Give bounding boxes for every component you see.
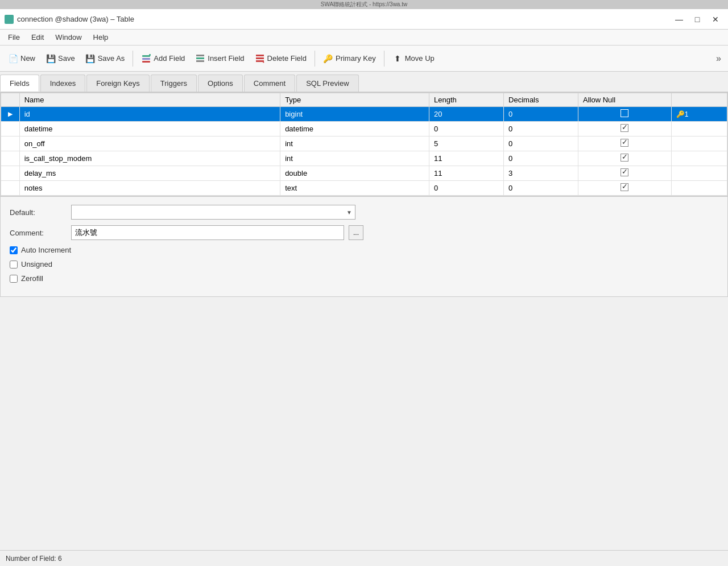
comment-row: Comment: ... [10, 225, 718, 240]
field-allow-null[interactable] [578, 122, 672, 137]
table-row[interactable]: datetimedatetime00 [1, 122, 727, 137]
comment-input[interactable] [71, 225, 344, 240]
tab-bar: Fields Indexes Foreign Keys Triggers Opt… [0, 72, 728, 92]
field-length: 11 [429, 151, 504, 166]
field-length: 20 [429, 107, 504, 122]
zerofill-label[interactable]: Zerofill [21, 274, 43, 283]
tab-options[interactable]: Options [198, 75, 243, 92]
field-key [671, 137, 727, 151]
field-allow-null[interactable] [578, 181, 672, 196]
tab-indexes[interactable]: Indexes [40, 75, 86, 92]
primary-key-button[interactable]: 🔑 Primary Key [318, 49, 380, 68]
field-name[interactable]: delay_ms [19, 166, 280, 181]
field-allow-null[interactable] [578, 107, 672, 122]
new-button[interactable]: 📄 New [3, 49, 40, 68]
svg-line-10 [263, 61, 264, 63]
title-bar: connection @shadow (3wa) – Table — □ ✕ [0, 9, 728, 30]
field-allow-null[interactable] [578, 137, 672, 151]
toolbar-overflow[interactable]: » [713, 52, 725, 65]
field-allow-null[interactable] [578, 166, 672, 181]
table-row[interactable]: delay_msdouble113 [1, 166, 727, 181]
save-as-label: Save As [98, 54, 125, 63]
tab-sql-preview[interactable]: SQL Preview [296, 75, 358, 92]
svg-rect-5 [196, 57, 204, 59]
col-length-header: Length [429, 93, 504, 107]
default-select[interactable] [71, 205, 355, 220]
save-as-button[interactable]: 💾 Save As [81, 49, 130, 68]
menu-edit[interactable]: Edit [26, 32, 49, 43]
field-name[interactable]: on_off [19, 137, 280, 151]
field-decimals: 0 [504, 137, 578, 151]
delete-field-label: Delete Field [267, 54, 307, 63]
field-decimals: 0 [504, 107, 578, 122]
tab-foreign-keys[interactable]: Foreign Keys [86, 75, 150, 92]
menu-help[interactable]: Help [88, 32, 114, 43]
comment-ellipsis-button[interactable]: ... [349, 225, 363, 240]
field-name[interactable]: notes [19, 181, 280, 196]
col-type-header: Type [280, 93, 429, 107]
new-icon: 📄 [8, 53, 18, 64]
new-label: New [20, 54, 35, 63]
tab-comment[interactable]: Comment [244, 75, 295, 92]
toolbar-sep-2 [315, 51, 315, 67]
menu-file[interactable]: File [2, 32, 26, 43]
insert-field-label: Insert Field [208, 54, 244, 63]
field-decimals: 0 [504, 122, 578, 137]
field-name[interactable]: datetime [19, 122, 280, 137]
field-allow-null[interactable] [578, 151, 672, 166]
field-length: 0 [429, 181, 504, 196]
delete-field-button[interactable]: Delete Field [250, 49, 311, 68]
field-type: bigint [280, 107, 429, 122]
field-length: 0 [429, 122, 504, 137]
field-name[interactable]: id [19, 107, 280, 122]
tab-triggers[interactable]: Triggers [151, 75, 197, 92]
toolbar-sep-3 [384, 51, 384, 67]
svg-rect-1 [142, 58, 150, 60]
default-select-wrapper: ▼ [71, 205, 355, 220]
primary-key-icon: 🔑 [323, 53, 333, 64]
comment-label: Comment: [10, 229, 67, 237]
field-table: Name Type Length Decimals Allow Null ▶id… [1, 93, 727, 196]
row-indicator [1, 151, 20, 166]
field-key [671, 151, 727, 166]
minimize-button[interactable]: — [671, 14, 687, 25]
field-table-container[interactable]: Name Type Length Decimals Allow Null ▶id… [1, 93, 727, 196]
table-row[interactable]: on_offint50 [1, 137, 727, 151]
col-decimals-header: Decimals [504, 93, 578, 107]
maximize-button[interactable]: □ [689, 14, 705, 25]
menu-window[interactable]: Window [49, 32, 87, 43]
field-type: double [280, 166, 429, 181]
svg-rect-4 [196, 55, 204, 56]
auto-increment-label[interactable]: Auto Increment [21, 246, 71, 254]
save-button[interactable]: 💾 Save [41, 49, 80, 68]
table-row[interactable]: ▶idbigint200🔑1 [1, 107, 727, 122]
unsigned-label[interactable]: Unsigned [21, 260, 52, 268]
field-key [671, 122, 727, 137]
svg-rect-8 [256, 57, 264, 59]
save-label: Save [58, 54, 75, 63]
field-length: 5 [429, 137, 504, 151]
title-bar-controls: — □ ✕ [671, 14, 723, 25]
auto-increment-checkbox[interactable] [10, 246, 18, 254]
default-row: Default: ▼ [10, 205, 718, 220]
main-content: Name Type Length Decimals Allow Null ▶id… [0, 92, 728, 297]
insert-field-button[interactable]: Insert Field [191, 49, 249, 68]
zerofill-checkbox[interactable] [10, 275, 18, 283]
add-field-button[interactable]: Add Field [136, 49, 189, 68]
field-decimals: 0 [504, 181, 578, 196]
table-row[interactable]: is_call_stop_modemint110 [1, 151, 727, 166]
row-indicator [1, 122, 20, 137]
table-row[interactable]: notestext00 [1, 181, 727, 196]
move-up-button[interactable]: ⬆ Move Up [388, 49, 439, 68]
field-type: int [280, 137, 429, 151]
delete-field-icon [255, 53, 265, 64]
close-button[interactable]: ✕ [708, 14, 723, 25]
field-name[interactable]: is_call_stop_modem [19, 151, 280, 166]
tab-fields[interactable]: Fields [0, 75, 39, 92]
move-up-label: Move Up [405, 54, 435, 63]
primary-key-label: Primary Key [336, 54, 376, 63]
field-length: 11 [429, 166, 504, 181]
col-allownull-header: Allow Null [578, 93, 672, 107]
unsigned-checkbox[interactable] [10, 261, 18, 268]
save-icon: 💾 [46, 53, 56, 64]
